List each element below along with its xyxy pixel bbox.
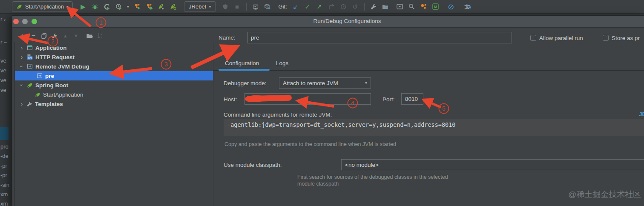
check-icon: ✓ [305, 3, 310, 10]
background-text-fragment: ve [0, 87, 6, 93]
cmd-args-hint: Copy and paste the arguments to the comm… [224, 141, 396, 147]
debugger-mode-select[interactable]: Attach to remote JVM ▾ [279, 77, 371, 89]
coverage-button-disabled[interactable] [219, 0, 231, 13]
run-configuration-selector[interactable]: StartApplication ▾ [12, 1, 73, 12]
chevron-right-icon[interactable]: › [19, 44, 24, 51]
tree-item-label: HTTP Request [35, 54, 75, 60]
git-push-button[interactable]: ↗ [313, 0, 325, 13]
jprofiler-run-button[interactable] [131, 0, 143, 13]
tree-item-remote-jvm-debug[interactable]: › Remote JVM Debug [15, 62, 213, 71]
module-classpath-select[interactable]: <no module> [341, 159, 644, 170]
settings-wrench-button[interactable] [368, 0, 380, 13]
git-merge-button-disabled[interactable] [325, 0, 337, 13]
templates-wrench-icon [26, 101, 33, 107]
name-input[interactable] [247, 32, 512, 43]
chevron-right-icon[interactable]: › [19, 54, 24, 60]
host-label: Host: [224, 96, 237, 103]
port-label: Port: [382, 96, 395, 103]
git-rollback-button-disabled[interactable]: ↺ [349, 0, 361, 13]
jrebel-selector[interactable]: JRebel ▾ [184, 1, 216, 12]
toolbar-separator [246, 3, 247, 11]
wrench-icon [370, 3, 377, 10]
debug-button[interactable] [89, 0, 101, 13]
tree-item-label: Templates [35, 101, 63, 107]
classpath-hint-line1: First search for sources of the debugged… [297, 174, 448, 180]
store-as-project-file-checkbox[interactable] [603, 35, 609, 41]
screen: StartApplication ▾ ▶ ▾ JRebel ▾ [0, 0, 644, 206]
orange-dots-icon [420, 3, 427, 10]
http-request-icon: API [26, 54, 33, 60]
tree-item-templates[interactable]: › Templates [15, 99, 213, 109]
chevron-down-icon[interactable]: › [18, 64, 25, 69]
edit-defaults-button[interactable] [49, 33, 60, 39]
move-up-button-disabled[interactable]: ▲ [60, 34, 71, 38]
move-down-button-disabled[interactable]: ▼ [71, 34, 81, 38]
jrebel-debug-button[interactable] [167, 0, 179, 13]
project-structure-button[interactable] [380, 0, 391, 13]
jrebel-run-button[interactable] [155, 0, 167, 13]
translate-button[interactable]: 文A [461, 0, 473, 13]
git-history-button-disabled[interactable] [337, 0, 349, 13]
run-anything-button[interactable] [394, 0, 406, 13]
active-tab-underline [218, 69, 270, 71]
run-configuration-label: StartApplication [25, 3, 64, 10]
background-text-fragment: xm [0, 191, 8, 197]
sort-configurations-button-disabled[interactable]: az [95, 32, 105, 39]
dialog-titlebar: Run/Debug Configurations [12, 16, 644, 28]
shield-icon [222, 3, 229, 10]
background-text-fragment: r › [0, 16, 6, 23]
tree-item-application[interactable]: › Application [15, 43, 213, 52]
terminal-run-icon [396, 3, 403, 10]
allow-parallel-run-checkbox[interactable] [530, 35, 536, 41]
dialog-title: Run/Debug Configurations [313, 18, 381, 24]
spring-boot-icon [16, 3, 23, 10]
tree-item-label: StartApplication [43, 92, 83, 98]
jprofiler-debug-button[interactable] [143, 0, 155, 13]
remove-configuration-button[interactable]: − [28, 32, 39, 39]
rocket-debug-icon [170, 3, 177, 10]
chevron-down-icon[interactable]: › [18, 83, 25, 88]
git-update-button[interactable]: ↙ [290, 0, 302, 13]
run-with-coverage-button[interactable] [113, 0, 125, 13]
clock-run-icon [115, 3, 122, 10]
add-configuration-button[interactable]: + [17, 32, 28, 40]
stop-icon: ■ [235, 3, 239, 10]
search-everywhere-button[interactable] [406, 0, 418, 13]
tab-configuration[interactable]: Configuration [225, 60, 259, 66]
chevron-down-icon: ▾ [66, 5, 69, 9]
tree-item-startapplication[interactable]: StartApplication [15, 90, 213, 99]
chevron-right-icon[interactable]: › [19, 100, 24, 107]
svg-text:API: API [28, 57, 32, 59]
blocked-plugin-button[interactable]: ⊘ [445, 0, 457, 13]
maven-helper-button[interactable]: M [430, 0, 442, 13]
background-text-fragment: -pr [0, 172, 7, 178]
create-folder-button[interactable] [84, 32, 95, 39]
tab-logs[interactable]: Logs [276, 60, 288, 66]
background-text-fragment: pro [0, 143, 9, 150]
git-commit-button[interactable]: ✓ [302, 0, 313, 13]
tree-item-spring-boot[interactable]: › Spring Boot [15, 80, 213, 90]
run-options-dropdown[interactable]: ▾ [125, 0, 131, 13]
cmd-args-field[interactable]: -agentlib:jdwp=transport=dt_socket,serve… [224, 119, 644, 136]
port-input[interactable]: 8010 [401, 93, 423, 105]
stop-button-disabled[interactable]: ■ [231, 0, 243, 13]
folder-modules-icon [382, 3, 389, 10]
spring-boot-icon [26, 82, 33, 89]
tree-item-label: Spring Boot [35, 82, 68, 89]
jdk-link-clipped[interactable]: JD [639, 111, 644, 118]
remote-debug-icon [36, 72, 43, 79]
profile-button[interactable] [101, 0, 113, 13]
run-button[interactable]: ▶ [77, 0, 89, 13]
running-devices-button[interactable] [250, 0, 262, 13]
profiler-attach-button[interactable] [418, 0, 430, 13]
tree-item-pre-selected[interactable]: pre [15, 71, 213, 80]
tree-item-http-request[interactable]: › API HTTP Request [15, 52, 213, 62]
host-input[interactable] [244, 93, 371, 105]
dependencies-download-button[interactable] [262, 0, 273, 13]
zoom-window-button[interactable] [32, 19, 37, 24]
package-download-icon [264, 3, 271, 10]
copy-configuration-button[interactable] [39, 33, 49, 39]
minimize-window-button[interactable] [22, 19, 28, 24]
close-window-button[interactable] [13, 19, 19, 24]
arrow-up-right-icon: ↗ [317, 3, 322, 10]
